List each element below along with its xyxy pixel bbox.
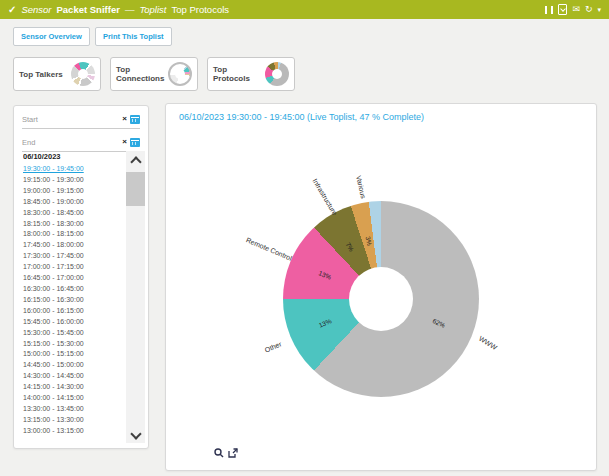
view-label: Toplist [139, 4, 166, 15]
interval-link[interactable]: 14:00:00 - 14:15:00 [23, 393, 123, 404]
print-toplist-button[interactable]: Print This Toplist [95, 27, 172, 46]
interval-link[interactable]: 19:30:00 - 19:45:00 [23, 164, 123, 175]
scroll-down-icon[interactable] [130, 428, 141, 439]
toolbar: Sensor Overview Print This Toplist [13, 27, 172, 46]
refresh-icon[interactable]: ↻ [585, 5, 593, 14]
interval-link[interactable]: 19:15:00 - 19:30:00 [23, 175, 123, 186]
report-icon[interactable] [558, 4, 567, 15]
tab-label: Top Talkers [19, 70, 63, 79]
toplist-chart-panel: 06/10/2023 19:30:00 - 19:45:00 (Live Top… [165, 103, 597, 471]
interval-link[interactable]: 13:15:00 - 13:30:00 [23, 415, 123, 426]
slice-label-infrastructure: Infrastructure [311, 178, 338, 217]
scroll-up-icon[interactable] [130, 156, 141, 167]
separator: — [125, 4, 135, 15]
clear-end-icon[interactable]: × [122, 138, 127, 146]
interval-link[interactable]: 14:30:00 - 14:45:00 [23, 371, 123, 382]
interval-link[interactable]: 18:45:00 - 19:00:00 [23, 197, 123, 208]
interval-link[interactable]: 14:45:00 - 15:00:00 [23, 360, 123, 371]
pct-label-remote-control: 13% [318, 269, 333, 281]
interval-list: 06/10/2023 19:30:00 - 19:45:0019:15:00 -… [23, 152, 123, 442]
start-date-row: × [22, 110, 140, 129]
pie-chart-icon [168, 62, 192, 86]
clear-start-icon[interactable]: × [122, 115, 127, 123]
interval-sidebar: × × 06/10/2023 19:30:00 - 19:45:0019:15:… [13, 105, 149, 449]
interval-link[interactable]: 17:45:00 - 18:00:00 [23, 240, 123, 251]
interval-link[interactable]: 15:00:00 - 15:15:00 [23, 349, 123, 360]
tab-top-protocols[interactable]: Top Protocols [207, 57, 295, 91]
interval-link[interactable]: 18:00:00 - 18:15:00 [23, 229, 123, 240]
scrollbar[interactable] [126, 151, 145, 443]
interval-link[interactable]: 14:15:00 - 14:30:00 [23, 382, 123, 393]
slice-label-other: Other [264, 340, 283, 353]
scrollbar-thumb[interactable] [126, 172, 145, 206]
entity-label: Sensor [21, 4, 51, 15]
interval-items: 19:30:00 - 19:45:0019:15:00 - 19:30:0019… [23, 164, 123, 437]
zoom-icon[interactable] [214, 448, 224, 458]
toplist-tabs: Top Talkers Top Connections Top Protocol… [13, 57, 295, 91]
end-date-row: × [22, 133, 140, 152]
pct-label-other: 13% [318, 317, 333, 329]
slice-label-remote-control: Remote Control [245, 236, 293, 262]
page-title: Top Protocols [171, 4, 229, 15]
prtg-toplist-page: ✓ Sensor Packet Sniffer — Toplist Top Pr… [0, 0, 609, 476]
sensor-overview-button[interactable]: Sensor Overview [13, 27, 90, 46]
interval-link[interactable]: 16:30:00 - 16:45:00 [23, 284, 123, 295]
interval-date-header: 06/10/2023 [23, 152, 123, 161]
slice-label-various: Various [355, 175, 367, 199]
tab-label: Top Connections [116, 65, 168, 83]
calendar-icon[interactable] [130, 115, 140, 124]
interval-link[interactable]: 15:30:00 - 15:45:00 [23, 328, 123, 339]
interval-link[interactable]: 17:00:00 - 17:15:00 [23, 262, 123, 273]
start-date-input[interactable] [22, 115, 119, 124]
chart-tools [214, 448, 238, 458]
email-icon[interactable]: ✉ [572, 5, 580, 14]
interval-link[interactable]: 18:15:00 - 18:30:00 [23, 219, 123, 230]
interval-link[interactable]: 15:45:00 - 16:00:00 [23, 317, 123, 328]
sensor-name[interactable]: Packet Sniffer [57, 4, 120, 15]
pct-label-www: 62% [432, 317, 447, 329]
pie-chart-icon [265, 62, 289, 86]
slice-label-www: WWW [478, 335, 499, 351]
tab-top-connections[interactable]: Top Connections [110, 57, 198, 91]
interval-link[interactable]: 18:30:00 - 18:45:00 [23, 208, 123, 219]
interval-link[interactable]: 17:30:00 - 17:45:00 [23, 251, 123, 262]
status-ok-icon: ✓ [8, 4, 16, 15]
sensor-header-bar: ✓ Sensor Packet Sniffer — Toplist Top Pr… [0, 0, 609, 19]
pie-chart-icon [71, 62, 95, 86]
interval-link[interactable]: 15:15:00 - 15:30:00 [23, 339, 123, 350]
pct-label-infrastructure: 7% [345, 241, 356, 253]
interval-link[interactable]: 16:15:00 - 16:30:00 [23, 295, 123, 306]
protocols-donut-chart: WWW Other Remote Control Infrastructure … [283, 201, 479, 397]
end-date-input[interactable] [22, 138, 119, 147]
tab-label: Top Protocols [213, 65, 265, 83]
pct-label-various: 3% [365, 236, 374, 247]
calendar-icon[interactable] [130, 138, 140, 147]
interval-link[interactable]: 13:30:00 - 13:45:00 [23, 404, 123, 415]
toplist-title: 06/10/2023 19:30:00 - 19:45:00 (Live Top… [179, 112, 424, 122]
chevron-down-icon[interactable]: ▾ [597, 6, 601, 13]
interval-link[interactable]: 16:00:00 - 16:15:00 [23, 306, 123, 317]
interval-link[interactable]: 19:00:00 - 19:15:00 [23, 186, 123, 197]
pause-icon[interactable] [545, 6, 553, 14]
interval-link[interactable]: 13:00:00 - 13:15:00 [23, 426, 123, 437]
interval-link[interactable]: 16:45:00 - 17:00:00 [23, 273, 123, 284]
open-external-icon[interactable] [228, 448, 238, 458]
tab-top-talkers[interactable]: Top Talkers [13, 57, 101, 91]
